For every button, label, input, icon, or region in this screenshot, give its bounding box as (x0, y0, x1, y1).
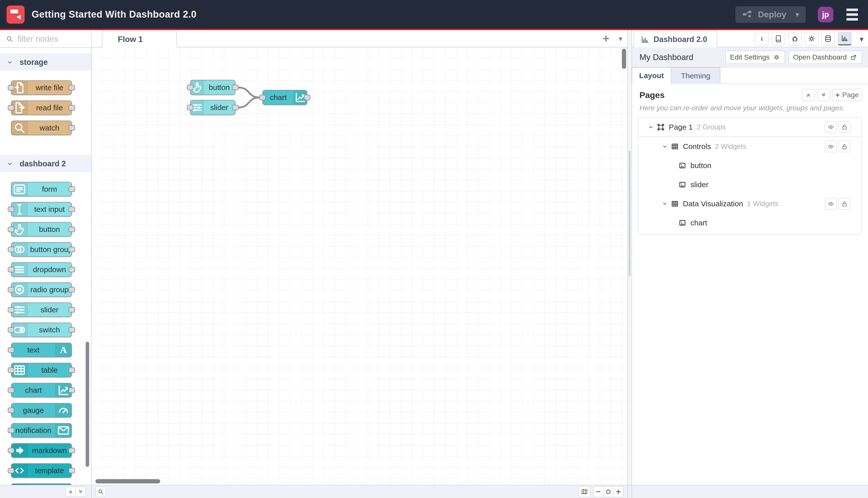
node-output-port[interactable] (69, 207, 75, 212)
palette-expand-all-button[interactable] (76, 487, 86, 497)
palette-node-template[interactable]: template (11, 463, 72, 478)
search-flows-button[interactable] (95, 486, 106, 497)
canvas-node-chart[interactable]: chart (263, 90, 307, 105)
node-output-port[interactable] (69, 227, 75, 232)
sidebar-tool-gear-button[interactable] (805, 32, 818, 45)
palette-search[interactable] (0, 30, 91, 48)
node-output-port[interactable] (69, 448, 75, 453)
visibility-toggle-button[interactable] (825, 198, 837, 210)
flow-workspace[interactable]: buttonsliderchart (91, 47, 627, 485)
palette-node-table[interactable]: table (11, 363, 72, 377)
sidebar-splitter[interactable] (627, 30, 632, 485)
tree-row-slider[interactable]: slider (638, 175, 861, 194)
node-input-port[interactable] (8, 428, 14, 433)
node-input-port[interactable] (8, 468, 14, 473)
node-output-port[interactable] (232, 105, 239, 110)
chevron-down-icon[interactable] (661, 143, 668, 150)
zoom-reset-button[interactable] (603, 486, 613, 497)
palette-node-slider[interactable]: slider (11, 302, 72, 317)
palette-node-radio-group[interactable]: radio group (11, 283, 72, 297)
tree-row-controls[interactable]: Controls2 Widgets (638, 137, 861, 156)
search-input[interactable] (17, 34, 78, 44)
palette-node-notification[interactable]: notification (11, 423, 72, 438)
category-header-storage[interactable]: storage (0, 54, 91, 70)
tree-row-button[interactable]: button (638, 156, 861, 175)
palette-node-text[interactable]: textA (11, 343, 72, 357)
palette-node-markdown[interactable]: markdown (11, 443, 72, 458)
tree-row-page-1[interactable]: Page 12 Groups (638, 117, 861, 137)
tree-row-chart[interactable]: chart (638, 213, 861, 233)
canvas-vertical-scrollbar[interactable] (622, 49, 626, 69)
visibility-toggle-button[interactable] (825, 141, 837, 152)
navigator-button[interactable] (579, 486, 590, 497)
user-avatar[interactable]: jp (818, 7, 833, 22)
node-input-port[interactable] (8, 367, 14, 373)
node-output-port[interactable] (69, 247, 75, 252)
node-input-port[interactable] (8, 327, 14, 333)
zoom-out-button[interactable] (593, 486, 603, 497)
sidebar-tool-book-button[interactable] (772, 32, 785, 45)
node-input-port[interactable] (8, 408, 14, 413)
node-output-port[interactable] (69, 186, 75, 192)
palette-node-dropdown[interactable]: dropdown (11, 262, 72, 277)
palette-node-chart[interactable]: chart (11, 383, 72, 397)
node-output-port[interactable] (232, 85, 239, 90)
node-output-port[interactable] (69, 287, 75, 292)
sidebar-tool-chart-bars-button[interactable] (838, 32, 852, 45)
tab-flow-1[interactable]: Flow 1 (102, 31, 177, 48)
node-output-port[interactable] (69, 468, 75, 473)
visibility-toggle-button[interactable] (825, 121, 837, 133)
zoom-in-button[interactable] (613, 486, 623, 497)
add-flow-button[interactable]: + (602, 32, 609, 45)
node-output-port[interactable] (69, 367, 75, 373)
canvas-horizontal-scrollbar[interactable] (95, 479, 160, 483)
node-input-port[interactable] (8, 388, 14, 393)
node-input-port[interactable] (187, 105, 193, 110)
palette-collapse-all-button[interactable] (66, 487, 76, 497)
node-input-port[interactable] (8, 247, 14, 252)
palette-node-button[interactable]: button (11, 222, 72, 237)
palette-node-read-file[interactable]: read file (11, 101, 72, 115)
palette-node-gauge[interactable]: gauge (11, 403, 72, 418)
palette-node-button-group[interactable]: button group (11, 242, 72, 257)
node-input-port[interactable] (8, 347, 14, 353)
palette-node-form[interactable]: form (11, 182, 72, 196)
edit-settings-button[interactable]: Edit Settings (725, 51, 785, 64)
add-page-button[interactable]: +Page (832, 89, 862, 101)
open-dashboard-button[interactable]: Open Dashboard (788, 51, 862, 64)
expand-all-button[interactable] (817, 89, 830, 101)
canvas-node-slider[interactable]: slider (190, 100, 235, 115)
palette-node-text-input[interactable]: text input (11, 202, 72, 217)
splitter-handle[interactable] (629, 151, 630, 276)
node-input-port[interactable] (8, 207, 14, 212)
tree-row-data-visualization[interactable]: Data Visualization1 Widgets (638, 194, 861, 213)
tab-theming[interactable]: Theming (671, 67, 720, 84)
deploy-caret-icon[interactable]: ▾ (796, 10, 799, 19)
sidebar-tool-db-button[interactable] (821, 32, 835, 45)
tab-dashboard-2[interactable]: Dashboard 2.0 (634, 31, 717, 48)
node-input-port[interactable] (8, 105, 14, 110)
node-input-port[interactable] (8, 267, 14, 272)
node-output-port[interactable] (69, 327, 75, 333)
flow-list-caret-icon[interactable]: ▾ (618, 34, 622, 43)
node-output-port[interactable] (69, 307, 75, 313)
node-input-port[interactable] (259, 95, 266, 100)
node-output-port[interactable] (304, 95, 310, 100)
sidebar-menu-caret-icon[interactable]: ▾ (860, 35, 864, 43)
palette-node-write-file[interactable]: write file (11, 80, 72, 95)
tab-layout[interactable]: Layout (632, 67, 671, 84)
node-input-port[interactable] (187, 85, 193, 90)
chevron-down-icon[interactable] (647, 123, 654, 131)
node-input-port[interactable] (8, 448, 14, 453)
palette-node-switch[interactable]: switch (11, 323, 72, 337)
node-output-port[interactable] (69, 105, 75, 110)
node-input-port[interactable] (8, 307, 14, 313)
palette-node-event[interactable]: event (11, 483, 72, 485)
canvas-node-button[interactable]: button (190, 80, 235, 95)
palette-node-watch[interactable]: watch (11, 121, 72, 135)
sidebar-tool-bug-button[interactable] (788, 32, 802, 45)
node-input-port[interactable] (8, 85, 14, 90)
lock-toggle-button[interactable] (839, 141, 850, 152)
lock-toggle-button[interactable] (839, 198, 850, 210)
node-input-port[interactable] (8, 227, 14, 232)
